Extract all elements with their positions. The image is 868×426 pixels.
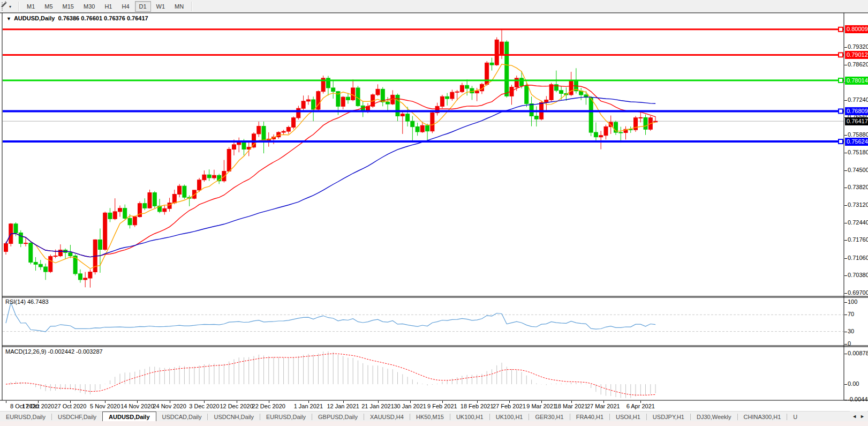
hline-price-label: 0.75624 xyxy=(845,138,868,146)
rsi-axis-tick-label: 70 xyxy=(848,311,868,317)
date-axis-label: 21 Jan 2021 xyxy=(361,403,394,409)
chart-title: ▼AUDUSD,Daily 0.76386 0.76601 0.76376 0.… xyxy=(6,15,148,21)
chart-tab-usdcad-daily[interactable]: USDCAD,Daily xyxy=(156,412,208,422)
macd-axis-tick-label: 0.00 xyxy=(848,380,868,387)
chart-plot-area[interactable] xyxy=(0,0,868,426)
chart-tab-ger30-h1[interactable]: GER30,H1 xyxy=(529,412,569,422)
price-axis-tick-label: 0.71060 xyxy=(848,255,868,261)
chart-title-ohlc: 0.76386 0.76601 0.76376 0.76417 xyxy=(58,15,148,21)
rsi-axis-tick xyxy=(844,315,847,315)
date-axis-label: 30 Jan 2021 xyxy=(394,403,426,409)
rsi-axis-tick-label: 30 xyxy=(848,328,868,334)
date-axis-label: 22 Dec 2020 xyxy=(252,403,285,409)
date-axis-label: 18 Feb 2021 xyxy=(461,403,494,409)
tab-scroll-right-icon[interactable]: ► xyxy=(860,414,865,419)
mt4-application-window: ▾ M1M5M15M30H1H4D1W1MN ▼AUDUSD,Daily 0.7… xyxy=(0,0,868,426)
chart-tab-eurusd-daily[interactable]: EURUSD,Daily xyxy=(260,412,312,422)
date-axis-label: 3 Dec 2020 xyxy=(189,403,219,409)
price-axis-tick xyxy=(844,170,847,171)
date-axis-label: 1 Jan 2021 xyxy=(294,403,323,409)
date-axis-label: 24 Nov 2020 xyxy=(153,403,186,409)
date-axis-label: 5 Nov 2020 xyxy=(90,403,120,409)
macd-axis-tick xyxy=(844,354,847,354)
chart-tab-eurusd-daily[interactable]: EURUSD,Daily xyxy=(0,412,51,422)
chart-tab-dj30-weekly[interactable]: DJ30,Weekly xyxy=(691,412,737,422)
date-axis-label: 17 Oct 2020 xyxy=(22,403,54,409)
rsi-indicator-label: RSI(14) 46.7483 xyxy=(5,298,49,305)
current-price-label: 0.76417 xyxy=(845,117,868,125)
price-axis-tick xyxy=(844,65,847,65)
price-axis-tick-label: 0.75180 xyxy=(848,149,868,155)
date-axis-label: 27 Feb 2021 xyxy=(493,403,526,409)
chart-tab-usdjpy-h1[interactable]: USDJPY,H1 xyxy=(647,412,690,422)
chart-tab-usoil-h1[interactable]: USOil,H1 xyxy=(610,412,646,422)
price-axis-tick xyxy=(844,135,847,136)
chart-tab-uk100-h1[interactable]: UK100,H1 xyxy=(450,412,489,422)
chart-title-symbol: AUDUSD,Daily xyxy=(14,15,55,21)
macd-axis-tick xyxy=(844,400,847,400)
chart-tab-xauusd-h4[interactable]: XAUUSD,H4 xyxy=(364,412,410,422)
tab-scroll-left-icon[interactable]: ◄ xyxy=(852,414,857,419)
chart-tab-china300-h1[interactable]: CHINA300,H1 xyxy=(738,412,787,422)
macd-indicator-label: MACD(12,26,9) -0.002442 -0.003287 xyxy=(5,348,103,355)
macd-axis-tick-label: -0.004451 xyxy=(848,396,868,402)
chart-tab-uk100-h1[interactable]: UK100,H1 xyxy=(490,412,529,422)
price-axis-tick xyxy=(844,100,847,101)
symbol-dropdown-icon[interactable]: ▼ xyxy=(6,16,11,21)
price-axis-tick xyxy=(844,240,847,241)
date-axis-label: 14 Nov 2020 xyxy=(120,403,154,409)
price-axis-tick-label: 0.71760 xyxy=(848,236,868,243)
rsi-axis-tick xyxy=(844,332,847,332)
rsi-axis-tick xyxy=(844,344,847,345)
chart-tab-hk50-m15[interactable]: HK50,M15 xyxy=(410,412,450,422)
date-axis-label: 12 Jan 2021 xyxy=(327,403,359,409)
price-axis-tick xyxy=(844,205,847,206)
price-axis-tick-label: 0.78620 xyxy=(848,61,868,68)
price-axis-tick-label: 0.77240 xyxy=(848,96,868,103)
price-axis-tick xyxy=(844,258,847,259)
chart-tab-gbpusd-daily[interactable]: GBPUSD,Daily xyxy=(312,412,364,422)
chart-tab-usdchf-daily[interactable]: USDCHF,Daily xyxy=(52,412,102,422)
chart-tab-bar: EURUSD,DailyUSDCHF,DailyAUDUSD,DailyUSDC… xyxy=(0,411,868,422)
price-axis-tick-label: 0.69700 xyxy=(848,289,868,296)
macd-axis-tick xyxy=(844,384,847,385)
rsi-axis-tick-label: 0 xyxy=(848,340,868,347)
price-axis-tick-label: 0.73820 xyxy=(848,184,868,190)
price-axis-tick-label: 0.70380 xyxy=(848,272,868,278)
price-axis-tick xyxy=(844,223,847,223)
date-axis-label: 27 Oct 2020 xyxy=(54,403,86,409)
date-axis-label: 18 Mar 2021 xyxy=(555,403,588,409)
date-axis-label: 9 Mar 2021 xyxy=(526,403,556,409)
macd-axis-tick-label: 0.008782 xyxy=(848,350,868,356)
price-axis-tick xyxy=(844,47,847,48)
price-axis-tick-label: 0.75880 xyxy=(848,131,868,138)
hline-price-label: 0.80009 xyxy=(845,25,868,33)
price-axis-tick xyxy=(844,293,847,294)
price-axis-tick-label: 0.79320 xyxy=(848,43,868,50)
price-axis-tick-label: 0.73120 xyxy=(848,201,868,208)
rsi-axis-tick xyxy=(844,302,847,303)
date-axis-tick xyxy=(6,401,6,403)
price-axis-tick xyxy=(844,275,847,276)
price-axis-tick-label: 0.74500 xyxy=(848,167,868,173)
chart-tab-fra40-h1[interactable]: FRA40,H1 xyxy=(570,412,609,422)
bottom-strip xyxy=(0,421,868,426)
chart-tab-audusd-daily[interactable]: AUDUSD,Daily xyxy=(102,412,156,422)
chart-tab-u[interactable]: U xyxy=(787,412,803,422)
date-axis-label: 6 Apr 2021 xyxy=(627,403,655,409)
date-axis-label: 12 Dec 2020 xyxy=(220,403,253,409)
date-axis-label: 9 Feb 2021 xyxy=(427,403,457,409)
tab-scroll-buttons: ◄ ► xyxy=(850,411,867,421)
hline-price-label: 0.76809 xyxy=(845,107,868,115)
hline-price-label: 0.78014 xyxy=(845,77,868,85)
price-axis-tick xyxy=(844,188,847,188)
rsi-axis-tick-label: 100 xyxy=(848,298,868,305)
chart-tab-usdcnh-daily[interactable]: USDCNH,Daily xyxy=(208,412,260,422)
price-axis-tick xyxy=(844,153,847,153)
date-axis-label: 27 Mar 2021 xyxy=(587,403,620,409)
hline-price-label: 0.79012 xyxy=(845,51,868,59)
price-axis-tick-label: 0.72440 xyxy=(848,219,868,226)
